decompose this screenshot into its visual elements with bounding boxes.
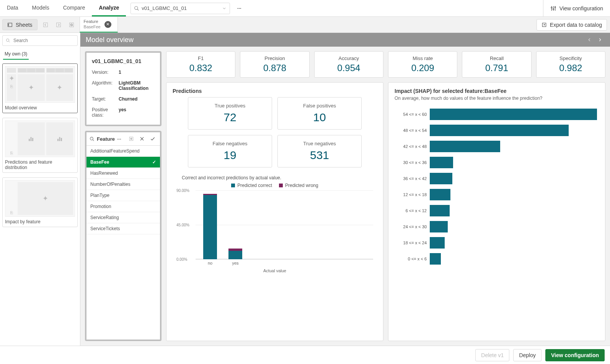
- sheet-card-impact[interactable]: ⎘ ✦ Impact by feature: [2, 177, 78, 227]
- confusion-fp: False positives 10: [277, 97, 362, 130]
- view-configuration-button[interactable]: View configuration: [545, 349, 605, 361]
- second-bar: Sheets Feature BaseFee ✕ Export data to …: [0, 17, 610, 33]
- feature-list: AdditionalFeatureSpendBaseFee✓HasRenewed…: [86, 146, 160, 340]
- selection-back-icon[interactable]: [40, 19, 51, 31]
- metrics-row: F10.832Precision0.878Accuracy0.954Miss r…: [166, 51, 605, 78]
- footer-bar: Delete v1 Deploy View configuration: [0, 346, 610, 364]
- shap-bar-row: 12 <= x < 18: [395, 187, 599, 202]
- metric-card: Specificity0.982: [536, 51, 605, 78]
- metric-card: Miss rate0.209: [388, 51, 457, 78]
- confusion-fn: False negatives 19: [188, 135, 272, 167]
- feature-item[interactable]: ServiceRating: [86, 212, 160, 223]
- feature-item[interactable]: PlanType: [86, 190, 160, 201]
- barchart-icon: [18, 122, 45, 155]
- confirm-icon[interactable]: [148, 135, 157, 143]
- sidebar-search[interactable]: [2, 35, 78, 46]
- sheet-label: Predictions and feature distribution: [5, 157, 75, 170]
- feature-item[interactable]: Promotion: [86, 201, 160, 212]
- sheet-card-predictions-dist[interactable]: ⎘ Predictions and feature distribution: [2, 118, 78, 173]
- more-menu[interactable]: ···: [235, 4, 244, 13]
- metric-value: 0.954: [316, 63, 382, 73]
- metric-card: Precision0.878: [240, 51, 309, 78]
- svg-rect-26: [129, 137, 133, 140]
- tab-analyze[interactable]: Analyze: [92, 0, 126, 16]
- selection-tool-icon[interactable]: [127, 135, 135, 143]
- search-icon[interactable]: [90, 136, 95, 141]
- page-header: Model overview: [80, 33, 610, 47]
- feature-item[interactable]: AdditionalFeatureSpend: [86, 146, 160, 157]
- metric-label: Recall: [464, 55, 529, 61]
- barchart-icon: [46, 122, 73, 155]
- svg-rect-19: [31, 137, 32, 141]
- shap-bar-row: 30 <= x < 36: [395, 155, 599, 170]
- sidebar-tab-myown[interactable]: My own (3): [3, 49, 29, 60]
- sheets-button[interactable]: Sheets: [2, 19, 38, 30]
- selection-clear-icon[interactable]: [66, 19, 77, 31]
- sliders-icon: [550, 5, 556, 11]
- close-icon[interactable]: ✕: [104, 21, 111, 28]
- predictions-xaxis-label: Actual value: [173, 268, 377, 273]
- shap-bar-row: 42 <= x < 48: [395, 139, 599, 154]
- svg-point-5: [553, 8, 554, 10]
- metric-card: Accuracy0.954: [314, 51, 383, 78]
- predictions-legend: Predicted correct Predicted wrong: [173, 183, 377, 188]
- add-sheet-icon: ⎘: [7, 84, 16, 89]
- close-icon[interactable]: [138, 135, 146, 143]
- metric-value: 0.982: [538, 63, 603, 73]
- metric-label: Specificity: [538, 55, 603, 61]
- search-icon: [6, 38, 10, 43]
- model-name: v01_LGBMC_01_01: [92, 58, 155, 64]
- model-info-panel: v01_LGBMC_01_01 Version: 1 Algorithm: Li…: [85, 51, 161, 126]
- pill-value: BaseFee: [84, 24, 101, 29]
- shap-barchart[interactable]: 54 <= x < 6048 <= x < 5442 <= x < 4830 <…: [395, 105, 599, 335]
- sheet-label: Model overview: [5, 103, 75, 110]
- svg-rect-23: [61, 138, 62, 141]
- more-icon[interactable]: ···: [117, 136, 121, 142]
- svg-point-7: [555, 6, 556, 8]
- feature-item[interactable]: BaseFee✓: [86, 157, 160, 168]
- pill-key: Feature: [84, 19, 101, 24]
- prev-sheet-button[interactable]: [585, 35, 594, 44]
- svg-rect-10: [43, 23, 47, 27]
- next-sheet-button[interactable]: [595, 35, 605, 44]
- svg-rect-21: [57, 139, 59, 141]
- export-label: Export data to catalog: [550, 22, 602, 28]
- puzzle-icon: ✦: [46, 74, 73, 101]
- feature-item[interactable]: HasRenewed: [86, 168, 160, 179]
- metric-label: Precision: [242, 55, 307, 61]
- metric-card: F10.832: [166, 51, 235, 78]
- export-button[interactable]: Export data to catalog: [537, 19, 607, 31]
- tab-compare[interactable]: Compare: [56, 0, 92, 16]
- sheet-card-model-overview[interactable]: ✦ ⎘ ✦ ✦ Model overview: [2, 63, 78, 113]
- shap-bar-row: 24 <= x < 30: [395, 219, 599, 234]
- confusion-tp: True positives 72: [188, 97, 272, 130]
- shap-panel: Impact (SHAP) for selected feature:BaseF…: [388, 82, 605, 341]
- sheet-label: Impact by feature: [5, 217, 75, 224]
- metric-label: Accuracy: [316, 55, 382, 61]
- svg-line-14: [71, 24, 72, 26]
- view-configuration-link[interactable]: View configuration: [543, 0, 610, 16]
- svg-line-1: [137, 9, 139, 10]
- deploy-button[interactable]: Deploy: [513, 349, 541, 361]
- model-select[interactable]: v01_LGBMC_01_01: [130, 3, 230, 14]
- shap-bar-row: 48 <= x < 54: [395, 123, 599, 138]
- confusion-tn: True negatives 531: [277, 135, 362, 167]
- feature-item[interactable]: NumberOfPenalties: [86, 179, 160, 190]
- svg-point-0: [135, 6, 138, 9]
- svg-rect-20: [32, 138, 33, 141]
- shap-bar-row: 54 <= x < 60: [395, 107, 599, 122]
- active-selection-pill[interactable]: Feature BaseFee ✕: [80, 17, 118, 32]
- predictions-barchart[interactable]: 0.00%45.00%90.00%noyes: [196, 190, 373, 267]
- chevron-down-icon: [222, 6, 227, 11]
- svg-rect-22: [59, 137, 60, 141]
- tab-data[interactable]: Data: [0, 0, 25, 16]
- svg-point-16: [7, 39, 9, 42]
- selection-forward-icon[interactable]: [53, 19, 64, 31]
- tab-models[interactable]: Models: [25, 0, 56, 16]
- svg-rect-11: [56, 23, 60, 27]
- puzzle-icon: ✦: [7, 74, 16, 83]
- feature-item[interactable]: ServiceTickets: [86, 223, 160, 234]
- predictions-panel: Predictions True positives 72 False posi…: [166, 82, 383, 341]
- add-sheet-icon: ⎘: [7, 122, 16, 155]
- search-input[interactable]: [13, 37, 74, 44]
